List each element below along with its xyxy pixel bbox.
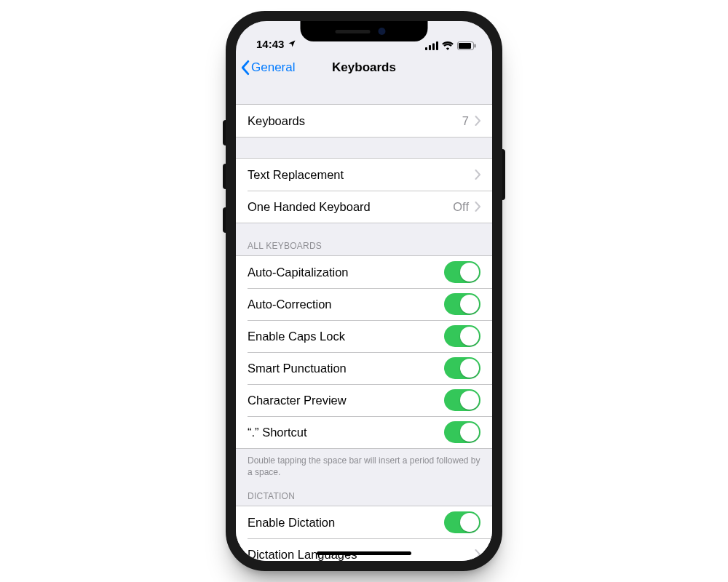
group-text-handed: Text Replacement One Handed Keyboard Off <box>236 158 492 223</box>
cell-label: Smart Punctuation <box>248 362 444 375</box>
svg-rect-3 <box>436 41 438 50</box>
chevron-left-icon <box>240 60 250 76</box>
cell-auto-capitalization[interactable]: Auto-Capitalization <box>236 256 492 288</box>
switch-auto-correction[interactable] <box>444 293 480 315</box>
chevron-right-icon <box>475 202 480 212</box>
page-title: Keyboards <box>332 60 396 75</box>
cell-label: “.” Shortcut <box>248 426 444 439</box>
chevron-right-icon <box>475 116 480 126</box>
cell-enable-caps-lock[interactable]: Enable Caps Lock <box>236 320 492 352</box>
group-keyboards: Keyboards 7 <box>236 104 492 137</box>
phone-frame: 14:43 <box>226 11 502 571</box>
switch-smart-punctuation[interactable] <box>444 357 480 379</box>
cell-text-replacement[interactable]: Text Replacement <box>236 159 492 191</box>
switch-enable-dictation[interactable] <box>444 511 480 533</box>
status-left: 14:43 <box>256 38 296 50</box>
back-label: General <box>251 60 295 75</box>
stage: 14:43 <box>0 0 728 582</box>
cell-one-handed-keyboard[interactable]: One Handed Keyboard Off <box>236 191 492 223</box>
chevron-right-icon <box>475 170 480 180</box>
switch-auto-capitalization[interactable] <box>444 261 480 283</box>
home-indicator[interactable] <box>317 551 411 555</box>
section-header-all-keyboards: ALL KEYBOARDS <box>236 223 492 255</box>
svg-rect-5 <box>459 43 471 49</box>
cell-label: Enable Caps Lock <box>248 330 444 343</box>
svg-rect-1 <box>429 45 431 50</box>
cell-character-preview[interactable]: Character Preview <box>236 384 492 416</box>
cell-value: 7 <box>462 114 469 128</box>
switch-character-preview[interactable] <box>444 389 480 411</box>
phone-screen: 14:43 <box>236 21 492 561</box>
cell-keyboards[interactable]: Keyboards 7 <box>236 105 492 137</box>
section-header-dictation: DICTATION <box>236 481 492 506</box>
spacer <box>236 137 492 158</box>
cell-label: Keyboards <box>248 114 462 128</box>
cell-auto-correction[interactable]: Auto-Correction <box>236 288 492 320</box>
cell-label: One Handed Keyboard <box>248 200 453 214</box>
cell-enable-dictation[interactable]: Enable Dictation <box>236 506 492 538</box>
cell-label: Text Replacement <box>248 168 475 182</box>
cell-label: Auto-Capitalization <box>248 266 444 279</box>
navigation-bar: General Keyboards <box>236 52 492 84</box>
notch <box>301 21 428 41</box>
back-button[interactable]: General <box>240 52 295 84</box>
footer-period-shortcut: Double tapping the space bar will insert… <box>236 449 492 481</box>
cell-smart-punctuation[interactable]: Smart Punctuation <box>236 352 492 384</box>
cell-label: Auto-Correction <box>248 298 444 311</box>
chevron-right-icon <box>475 549 480 559</box>
battery-icon <box>457 41 476 50</box>
cell-dictation-languages[interactable]: Dictation Languages <box>236 538 492 561</box>
status-right <box>425 41 476 50</box>
settings-content[interactable]: Keyboards 7 Text Replacement <box>236 82 492 561</box>
switch-enable-caps-lock[interactable] <box>444 325 480 347</box>
cell-label: Enable Dictation <box>248 516 444 530</box>
spacer <box>236 82 492 104</box>
status-time: 14:43 <box>256 38 284 50</box>
wifi-icon <box>442 41 454 50</box>
location-arrow-icon <box>288 38 296 50</box>
svg-rect-0 <box>425 47 427 50</box>
cellular-signal-icon <box>425 41 438 50</box>
cell-label: Character Preview <box>248 394 444 407</box>
svg-rect-2 <box>432 44 435 51</box>
cell-value: Off <box>453 200 469 214</box>
svg-rect-6 <box>475 44 476 48</box>
group-all-keyboards: Auto-Capitalization Auto-Correction Enab… <box>236 255 492 449</box>
switch-period-shortcut[interactable] <box>444 421 480 443</box>
cell-period-shortcut[interactable]: “.” Shortcut <box>236 416 492 448</box>
